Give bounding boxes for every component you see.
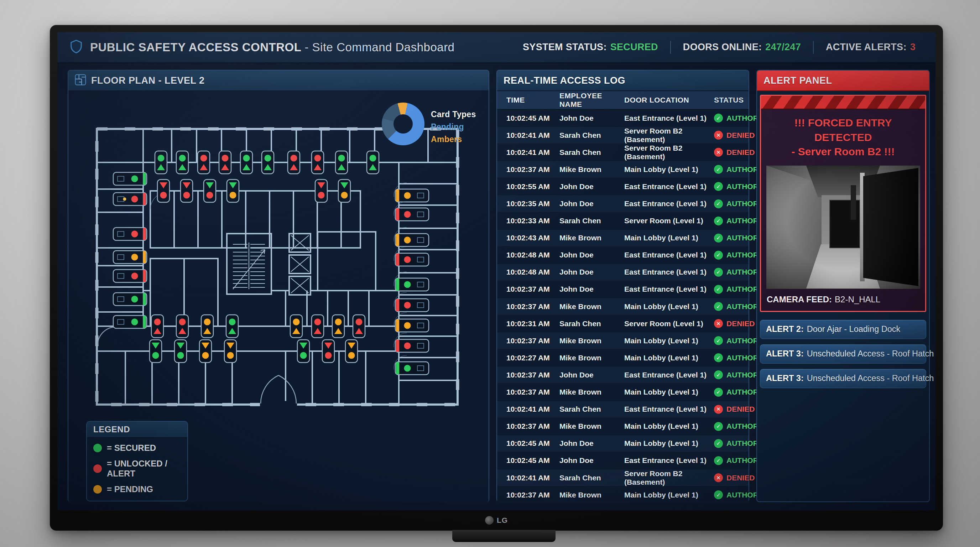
access-log-row[interactable]: 10:02:48 AMJohn DoeEast Entrance (Level … xyxy=(497,247,749,264)
door-status-badge xyxy=(201,315,213,338)
door-status-badge xyxy=(332,315,344,338)
check-icon: ✓ xyxy=(714,251,723,259)
access-log-row[interactable]: 10:02:37 AMMike BrownMain Lobby (Level 1… xyxy=(497,384,749,401)
check-icon: ✓ xyxy=(714,114,723,122)
check-icon: ✓ xyxy=(714,370,723,379)
forced-entry-message: !!! FORCED ENTRY DETECTED - Server Room … xyxy=(761,109,925,164)
check-icon: ✓ xyxy=(714,439,723,448)
alert-panel-title: ALERT PANEL xyxy=(764,75,832,86)
legend-item: = PENDING xyxy=(93,484,181,494)
access-log-row[interactable]: 10:02:37 AMMike BrownMain Lobby (Level 1… xyxy=(497,332,749,349)
donut-legend: Card TypesPendingAmbers xyxy=(431,110,476,144)
alert-panel-header: ALERT PANEL xyxy=(757,70,929,91)
access-log-row[interactable]: 10:02:45 AMJohn DoeMain Lobby (Level 1)✓… xyxy=(497,435,749,452)
access-log-row[interactable]: 10:02:31 AMSarah ChenServer Room (Level … xyxy=(497,315,749,332)
access-log-row[interactable]: 10:02:37 AMMike BrownMain Lobby (Level 1… xyxy=(497,161,749,178)
access-log-row[interactable]: 10:02:41 AMSarah ChenEast Entrance (Leve… xyxy=(497,401,749,418)
door-status-badge xyxy=(113,192,147,205)
legend-item: = UNLOCKED / ALERT xyxy=(93,459,181,479)
access-log-row[interactable]: 10:02:45 AMJohn DoeEast Entrance (Level … xyxy=(497,452,749,469)
access-log-row[interactable]: 10:02:37 AMMike BrownMain Lobby (Level 1… xyxy=(497,487,749,504)
status-badge: SYSTEM STATUS:SECURED xyxy=(523,42,658,53)
access-log-row[interactable]: 10:02:55 AMJohn DoeEast Entrance (Level … xyxy=(497,178,749,195)
check-icon: ✓ xyxy=(714,353,723,362)
donut-legend-label: Pending xyxy=(431,122,476,132)
floor-plan-map[interactable]: Card TypesPendingAmbers LEGEND = SECURED… xyxy=(68,91,488,502)
door-status-badge xyxy=(290,315,302,338)
legend-title: LEGEND xyxy=(87,421,187,438)
legend-dot-icon xyxy=(93,464,102,473)
access-log-row[interactable]: 10:02:37 AMMike BrownMain Lobby (Level 1… xyxy=(497,298,749,315)
check-icon: ✓ xyxy=(714,199,723,208)
check-icon: ✓ xyxy=(714,302,723,311)
column-header: STATUS xyxy=(714,96,743,104)
column-header: DOOR LOCATION xyxy=(619,96,714,104)
access-log-row[interactable]: 10:02:37 AMMike BrownMain Lobby (Level 1… xyxy=(497,418,749,435)
door-status-badge xyxy=(175,340,186,363)
stat-divider xyxy=(813,41,814,54)
door-status-badge xyxy=(298,340,309,363)
tv-stand xyxy=(452,530,555,542)
wall-background: PUBLIC SAFETY ACCESS CONTROL - Site Comm… xyxy=(0,0,980,547)
tv-frame: PUBLIC SAFETY ACCESS CONTROL - Site Comm… xyxy=(50,25,943,531)
access-log-row[interactable]: 10:02:33 AMSarah ChenServer Room (Level … xyxy=(497,213,749,230)
access-log-panel: REAL-TIME ACCESS LOG TIMEEMPLOYEE NAMEDO… xyxy=(496,70,749,502)
check-icon: ✓ xyxy=(714,336,723,345)
access-log-row[interactable]: 10:02:41 AMSarah ChenServer Room B2 (Bas… xyxy=(497,144,749,161)
door-status-badge xyxy=(155,151,167,174)
access-log-row[interactable]: 10:02:45 AMJohn DoeEast Entrance (Level … xyxy=(497,110,749,127)
alert-list-item[interactable]: ALERT 2:Door Ajar - Loading Dock xyxy=(760,320,926,339)
door-status-badge xyxy=(367,151,379,174)
legend-dot-icon xyxy=(93,485,102,494)
check-icon: ✓ xyxy=(714,216,723,226)
legend-dot-icon xyxy=(93,444,102,452)
door-status-badge xyxy=(199,340,212,363)
forced-entry-alert-card[interactable]: !!! FORCED ENTRY DETECTED - Server Room … xyxy=(760,95,926,312)
check-icon: ✓ xyxy=(714,490,723,499)
access-log-row[interactable]: 10:02:41 AMSarah ChenServer Room B2 (Bas… xyxy=(497,127,749,144)
check-icon: ✓ xyxy=(714,234,723,243)
door-status-badge xyxy=(113,293,147,305)
floor-plan-panel: FLOOR PLAN - LEVEL 2 xyxy=(68,70,489,502)
shield-icon xyxy=(70,39,83,56)
status-badge: ACTIVE ALERTS:3 xyxy=(826,42,916,53)
access-log-row[interactable]: 10:02:27 AMMike BrownMain Lobby (Level 1… xyxy=(497,349,749,366)
door-status-badge xyxy=(345,340,358,363)
access-log-row[interactable]: 10:02:48 AMJohn DoeEast Entrance (Level … xyxy=(497,264,749,281)
lg-logo-icon xyxy=(485,516,493,525)
donut-legend-label: Ambers xyxy=(431,135,476,144)
card-types-donut-chart xyxy=(382,103,425,145)
door-status-badge xyxy=(353,315,365,338)
access-log-table: 10:02:45 AMJohn DoeEast Entrance (Level … xyxy=(497,110,749,504)
check-icon: ✓ xyxy=(714,422,723,431)
check-icon: ✓ xyxy=(714,388,723,397)
access-log-row[interactable]: 10:02:41 AMSarah ChenServer Room B2 (Bas… xyxy=(497,469,749,487)
alert-list-item[interactable]: ALERT 3:Unscheduled Access - Roof Hatch xyxy=(760,344,926,364)
access-log-row[interactable]: 10:02:37 AMJohn DoeEast Entrance (Level … xyxy=(497,281,749,298)
door-status-badge xyxy=(262,151,274,174)
door-status-badge xyxy=(176,315,188,338)
floor-plan-panel-header: FLOOR PLAN - LEVEL 2 xyxy=(68,70,488,91)
door-status-badge xyxy=(336,151,348,174)
alert-list-item[interactable]: ALERT 3:Unscheduled Access - Roof Hatch xyxy=(760,369,926,388)
lg-logo-text: LG xyxy=(497,516,508,525)
hazard-stripes xyxy=(761,96,925,109)
access-log-row[interactable]: 10:02:35 AMJohn DoeEast Entrance (Level … xyxy=(497,195,749,212)
check-icon: ✓ xyxy=(714,285,723,294)
access-log-row[interactable]: 10:02:37 AMJohn DoeEast Entrance (Level … xyxy=(497,366,749,383)
x-icon: ✕ xyxy=(714,405,723,414)
door-status-badge xyxy=(204,180,216,202)
donut-hole xyxy=(393,114,413,134)
column-header: TIME xyxy=(497,96,551,104)
x-icon: ✕ xyxy=(714,473,723,482)
x-icon: ✕ xyxy=(714,319,723,328)
access-log-row[interactable]: 10:02:43 AMMike BrownMain Lobby (Level 1… xyxy=(497,230,749,247)
door-status-badge xyxy=(150,340,162,363)
donut-legend-label: Card Types xyxy=(431,110,476,119)
header-status-group: SYSTEM STATUS:SECUREDDOORS ONLINE:247/24… xyxy=(523,41,916,54)
floor-plan-title: FLOOR PLAN - LEVEL 2 xyxy=(91,75,205,86)
door-status-badge xyxy=(113,251,147,264)
check-icon: ✓ xyxy=(714,182,723,191)
check-icon: ✓ xyxy=(714,165,723,174)
door-status-badge xyxy=(312,151,324,174)
